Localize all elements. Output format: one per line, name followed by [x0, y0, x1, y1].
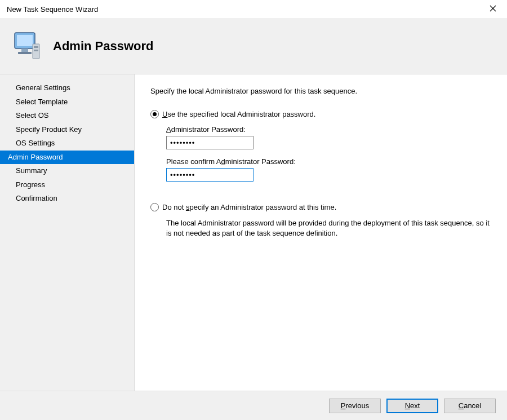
svg-rect-1 [17, 35, 33, 46]
sidebar-item-os-settings[interactable]: OS Settings [0, 136, 134, 151]
sidebar-item-confirmation[interactable]: Confirmation [0, 192, 134, 206]
wizard-window: New Task Sequence Wizard Admin Password [0, 0, 507, 420]
page-title: Admin Password [53, 39, 153, 54]
admin-password-input[interactable] [166, 136, 254, 149]
radio-do-not-specify[interactable] [150, 203, 159, 211]
sidebar-item-progress[interactable]: Progress [0, 178, 134, 192]
sidebar-item-select-template[interactable]: Select Template [0, 95, 134, 109]
window-title: New Task Sequence Wizard [7, 5, 98, 14]
option-do-not-specify[interactable]: Do not specify an Administrator password… [150, 203, 491, 211]
confirm-password-label: Please confirm Administrator Password: [166, 157, 491, 166]
option-use-specified-label: Use the specified local Administrator pa… [162, 110, 315, 118]
cancel-button[interactable]: Cancel [444, 399, 496, 413]
wizard-content: Specify the local Administrator password… [134, 74, 507, 391]
sidebar-item-general-settings[interactable]: General Settings [0, 81, 134, 95]
sidebar-item-specify-product-key[interactable]: Specify Product Key [0, 123, 134, 137]
next-button[interactable]: Next [386, 399, 438, 413]
sidebar-item-summary[interactable]: Summary [0, 164, 134, 178]
password-fields: Administrator Password: Please confirm A… [166, 123, 491, 187]
option-do-not-specify-note: The local Administrator password will be… [166, 218, 491, 238]
wizard-sidebar: General Settings Select Template Select … [0, 74, 134, 391]
close-button[interactable] [482, 1, 504, 17]
svg-rect-3 [18, 52, 32, 54]
sidebar-item-select-os[interactable]: Select OS [0, 109, 134, 123]
page-header: Admin Password [0, 18, 507, 74]
radio-use-specified[interactable] [150, 110, 159, 118]
svg-rect-5 [34, 46, 38, 48]
intro-text: Specify the local Administrator password… [150, 87, 491, 95]
svg-rect-2 [21, 48, 28, 52]
close-icon [490, 5, 496, 14]
wizard-body: General Settings Select Template Select … [0, 74, 507, 391]
sidebar-item-admin-password[interactable]: Admin Password [0, 151, 134, 165]
titlebar: New Task Sequence Wizard [0, 0, 507, 18]
wizard-footer: Previous Next Cancel [0, 391, 507, 420]
monitor-icon [14, 29, 41, 63]
svg-rect-6 [34, 50, 38, 51]
admin-password-label: Administrator Password: [166, 125, 491, 134]
confirm-password-input[interactable] [166, 168, 254, 182]
option-use-specified-password[interactable]: Use the specified local Administrator pa… [150, 110, 491, 118]
option-do-not-specify-label: Do not specify an Administrator password… [162, 203, 336, 211]
previous-button[interactable]: Previous [329, 399, 381, 413]
